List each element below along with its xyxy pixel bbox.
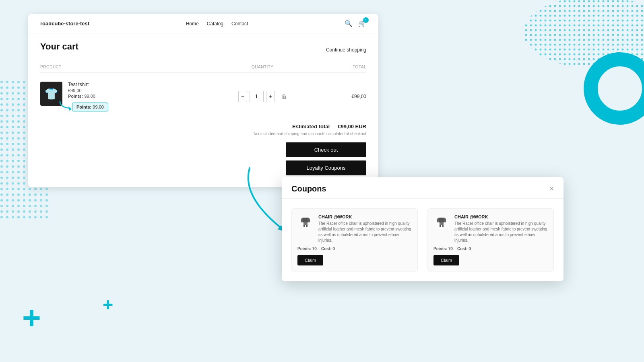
points-badge: Points: 99.00 [72,103,108,111]
coupon-top-2: CHAIR @WORK The Racer office chair is up… [433,214,548,243]
claim-button-2[interactable]: Claim [433,255,459,265]
points-tooltip-container: Points: 99.00 [72,103,108,111]
claim-button-1[interactable]: Claim [297,255,323,265]
estimated-total-label: Estimated total [292,123,330,130]
estimated-total: Estimated total €99,00 EUR [40,123,366,130]
coupon-info-2: CHAIR @WORK The Racer office chair is up… [454,214,548,243]
cart-title: Your cart [40,41,78,52]
cart-window: roadcube-store-test Home Catalog Contact… [28,14,378,187]
item-details: Test tshirt €99,00 Points: 99.00 Points [68,82,218,111]
item-points: Points: 99.00 [68,94,218,99]
cart-badge: 1 [363,17,369,23]
svg-rect-17 [444,218,446,222]
cart-table-header: PRODUCT QUANTITY TOTAL [40,65,366,73]
item-name: Test tshirt [68,82,218,87]
coupon-meta-1: Points: 70 Cost: 0 [297,247,412,251]
loyalty-coupons-button[interactable]: Loyalty Coupons [286,160,366,175]
svg-rect-15 [442,225,444,227]
qty-increase-button[interactable]: + [266,91,275,102]
coupon-meta-2: Points: 70 Cost: 0 [433,247,548,251]
search-icon[interactable]: 🔍 [345,20,353,27]
checkout-section: Check out Loyalty Coupons [40,142,366,175]
coupon-name-1: CHAIR @WORK [318,214,412,219]
modal-close-button[interactable]: × [549,185,554,193]
header-product: PRODUCT [40,65,218,69]
svg-marker-4 [68,107,72,111]
chair-icon-1 [298,215,313,230]
svg-rect-8 [303,225,305,227]
continue-shopping-link[interactable]: Continue shopping [326,47,366,53]
chair-icon-2 [434,215,449,230]
nav-home[interactable]: Home [186,21,199,27]
svg-rect-9 [306,225,308,227]
arrow-curve-svg [58,99,74,111]
qty-input[interactable] [250,91,264,102]
header-quantity: QUANTITY [218,65,307,69]
nav-links: Home Catalog Contact [186,21,248,27]
header-total: TOTAL [307,65,366,69]
modal-header: Coupons × [282,177,564,199]
svg-rect-16 [437,218,439,222]
svg-rect-14 [440,225,441,227]
svg-rect-10 [301,218,303,222]
cart-icon-wrap[interactable]: 🛒 1 [358,20,366,27]
qty-controls: − + 🗑 [218,91,307,102]
coupon-card-1: CHAIR @WORK The Racer office chair is up… [291,208,418,272]
svg-rect-7 [303,222,308,225]
coupon-desc-2: The Racer office chair is upholstered in… [454,221,548,243]
cart-content: Your cart Continue shopping PRODUCT QUAN… [28,33,378,183]
svg-point-1 [523,0,644,68]
nav-catalog[interactable]: Catalog [207,21,223,27]
cart-item: 👕 Test tshirt €99,00 Points: 99.00 [40,78,366,115]
svg-rect-12 [438,218,445,222]
item-total: €99,00 [307,94,366,99]
svg-rect-6 [302,218,309,222]
coupon-name-2: CHAIR @WORK [454,214,548,219]
modal-title: Coupons [291,184,326,193]
checkout-button[interactable]: Check out [286,142,366,157]
coupon-desc-1: The Racer office chair is upholstered in… [318,221,412,243]
qty-decrease-button[interactable]: − [238,91,247,102]
coupon-image-2 [433,214,450,230]
nav-contact[interactable]: Contact [231,21,248,27]
cart-summary: Estimated total €99,00 EUR Tax included … [40,123,366,137]
item-price: €99,00 [68,88,218,93]
store-name: roadcube-store-test [40,21,89,27]
store-header: roadcube-store-test Home Catalog Contact… [28,14,378,33]
delete-item-button[interactable]: 🗑 [281,93,287,100]
coupons-modal: Coupons × CHAIR @WORK The [282,177,564,281]
modal-body: CHAIR @WORK The Racer office chair is up… [282,199,564,281]
tshirt-icon: 👕 [44,87,58,101]
estimated-total-value: €99,00 EUR [338,123,366,130]
svg-rect-11 [308,218,310,222]
coupon-card-2: CHAIR @WORK The Racer office chair is up… [427,208,554,272]
coupon-info-1: CHAIR @WORK The Racer office chair is up… [318,214,412,243]
tax-note: Tax included and shipping and discounts … [40,131,366,137]
header-icons: 🔍 🛒 1 [345,20,366,27]
coupon-image-1 [297,214,314,230]
svg-rect-13 [440,222,444,225]
coupon-top-1: CHAIR @WORK The Racer office chair is up… [297,214,412,243]
